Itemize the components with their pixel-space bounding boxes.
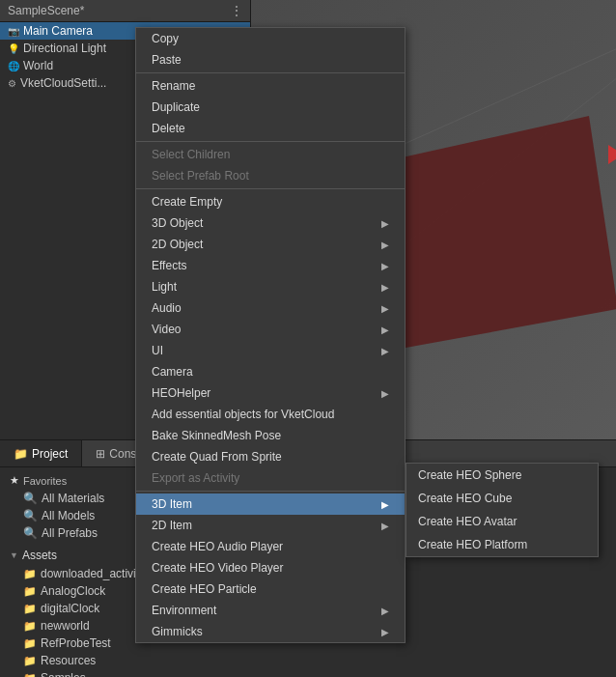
menu-item-create-quad[interactable]: Create Quad From Sprite [136,446,405,467]
arrow-icon: ▶ [381,606,389,616]
menu-item-audio[interactable]: Audio ▶ [136,297,405,319]
folder-icon: 📁 [23,655,37,667]
settings-icon: ⚙ [8,78,16,89]
asset-item-resources[interactable]: 📁 Resources [4,652,612,669]
menu-item-create-heo-particle[interactable]: Create HEO Particle [136,578,405,600]
menu-item-gimmicks[interactable]: Gimmicks ▶ [136,621,405,642]
menu-item-light[interactable]: Light ▶ [136,276,405,297]
menu-item-ui[interactable]: UI ▶ [136,340,405,361]
menu-item-export-activity: Export as Activity [136,467,405,489]
scene-name: SampleScene* [8,4,84,17]
menu-item-duplicate[interactable]: Duplicate [136,97,405,118]
hierarchy-item-label: Main Camera [23,24,93,38]
menu-item-rename[interactable]: Rename [136,75,405,97]
project-icon: 📁 [14,447,28,461]
menu-item-add-essential[interactable]: Add essential objects for VketCloud [136,404,405,425]
light-icon: 💡 [8,43,19,54]
menu-item-select-children: Select Children [136,144,405,165]
submenu-item-create-heo-platform[interactable]: Create HEO Platform [406,533,598,556]
hierarchy-menu-icon[interactable]: ⋮ [231,4,242,17]
menu-item-effects[interactable]: Effects ▶ [136,255,405,276]
folder-icon: 📁 [23,672,37,678]
hierarchy-item-label: Directional Light [23,42,106,55]
arrow-icon: ▶ [381,261,389,271]
menu-item-2d-object[interactable]: 2D Object ▶ [136,234,405,255]
folder-icon: 📁 [23,637,37,650]
star-icon: ★ [10,474,19,487]
menu-item-select-prefab-root: Select Prefab Root [136,165,405,186]
menu-item-camera[interactable]: Camera [136,361,405,382]
hierarchy-item-label: VketCloudSetti... [20,76,106,90]
arrow-icon: ▶ [381,521,389,531]
arrow-icon: ▶ [381,388,389,399]
menu-item-2d-item[interactable]: 2D Item ▶ [136,515,405,536]
separator-3 [136,188,405,189]
menu-item-3d-object[interactable]: 3D Object ▶ [136,212,405,234]
hierarchy-item-label: World [23,59,53,72]
arrow-icon: ▶ [381,282,389,293]
separator-1 [136,72,405,73]
submenu-3d-item: Create HEO Sphere Create HEO Cube Create… [406,463,599,557]
folder-icon: 📁 [23,603,37,615]
folder-icon: 📁 [23,620,37,633]
hierarchy-header: SampleScene* ⋮ [0,0,250,22]
search-icon: 🔍 [23,492,38,505]
menu-item-video[interactable]: Video ▶ [136,319,405,340]
arrow-icon: ▶ [381,303,389,314]
tab-project[interactable]: 📁 Project [0,440,82,466]
submenu-item-create-heo-cube[interactable]: Create HEO Cube [406,487,598,510]
menu-item-create-empty[interactable]: Create Empty [136,191,405,212]
camera-icon: 📷 [8,26,19,37]
menu-item-environment[interactable]: Environment ▶ [136,600,405,621]
menu-item-create-heo-audio[interactable]: Create HEO Audio Player [136,536,405,557]
menu-item-copy[interactable]: Copy [136,28,405,49]
arrow-icon: ▶ [381,499,389,510]
folder-icon: 📁 [23,585,37,598]
svg-marker-3 [608,145,616,164]
menu-item-3d-item[interactable]: 3D Item ▶ [136,494,405,515]
menu-item-create-heo-video[interactable]: Create HEO Video Player [136,557,405,578]
separator-4 [136,491,405,492]
search-icon: 🔍 [23,509,38,522]
submenu-item-create-heo-avatar[interactable]: Create HEO Avatar [406,510,598,533]
folder-icon: 📁 [23,568,37,580]
arrow-icon: ▶ [381,218,389,229]
menu-item-paste[interactable]: Paste [136,49,405,71]
asset-item-samples[interactable]: 📁 Samples [4,669,612,677]
menu-item-delete[interactable]: Delete [136,118,405,139]
search-icon: 🔍 [23,526,38,540]
context-menu: Copy Paste Rename Duplicate Delete Selec… [135,27,406,643]
arrow-icon: ▶ [381,346,389,356]
menu-item-heohelper[interactable]: HEOHelper ▶ [136,382,405,404]
submenu-item-create-heo-sphere[interactable]: Create HEO Sphere [406,464,598,487]
arrow-icon: ▶ [381,324,389,335]
console-icon: ⊞ [96,447,105,461]
arrow-icon: ▶ [381,240,389,250]
expand-icon: ▼ [10,550,18,560]
arrow-icon: ▶ [381,627,389,637]
menu-item-bake-skinned[interactable]: Bake SkinnedMesh Pose [136,425,405,446]
separator-2 [136,141,405,142]
world-icon: 🌐 [8,61,19,71]
